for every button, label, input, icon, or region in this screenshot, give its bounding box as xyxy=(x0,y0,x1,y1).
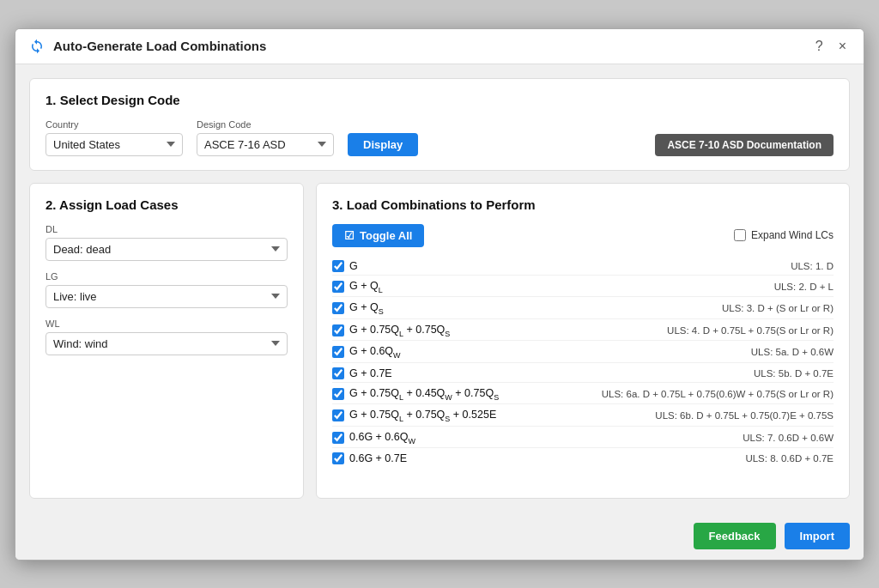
combo-formula: 0.6G + 0.7E xyxy=(349,452,407,464)
combo-item: G + QS ULS: 3. D + (S or Lr or R) xyxy=(332,299,834,319)
combo-left: G + QS xyxy=(332,301,384,316)
section1-content: Country United States Design Code ASCE 7… xyxy=(45,119,834,156)
modal-header-left: Auto-Generate Load Combinations xyxy=(29,39,266,54)
combo-checkbox[interactable] xyxy=(332,302,344,314)
combo-item: 0.6G + 0.7E ULS: 8. 0.6D + 0.7E xyxy=(332,450,834,467)
feedback-button[interactable]: Feedback xyxy=(694,523,776,549)
combo-checkbox[interactable] xyxy=(332,281,344,293)
sync-icon xyxy=(29,39,45,54)
combo-left: 0.6G + 0.6QW xyxy=(332,431,415,446)
combo-formula: G + 0.75QL + 0.75QS xyxy=(349,324,450,338)
section3-title: 3. Load Combinations to Perform xyxy=(332,197,834,212)
combo-uls: ULS: 5a. D + 0.6W xyxy=(751,347,834,357)
combo-formula: G + QS xyxy=(349,301,384,316)
combo-item: G + 0.7E ULS: 5b. D + 0.7E xyxy=(332,365,834,383)
combo-uls: ULS: 6b. D + 0.75L + 0.75(0.7)E + 0.75S xyxy=(655,410,834,421)
combo-left: G + 0.7E xyxy=(332,367,392,379)
wl-label: WL xyxy=(45,318,288,329)
combo-formula: 0.6G + 0.6QW xyxy=(349,431,415,446)
combo-item: G + 0.75QL + 0.45QW + 0.75QS ULS: 6a. D … xyxy=(332,385,834,405)
modal-header: Auto-Generate Load Combinations ? × xyxy=(15,29,864,64)
dl-select[interactable]: Dead: dead xyxy=(45,238,288,261)
modal-title: Auto-Generate Load Combinations xyxy=(53,39,266,53)
combo-left: G + 0.75QL + 0.75QS xyxy=(332,324,450,338)
country-field-group: Country United States xyxy=(45,119,183,156)
combo-uls: ULS: 7. 0.6D + 0.6W xyxy=(743,433,834,443)
lg-select[interactable]: Live: live xyxy=(45,285,288,308)
combo-uls: ULS: 3. D + (S or Lr or R) xyxy=(722,303,834,313)
combo-item: G ULS: 1. D xyxy=(332,258,834,276)
combo-formula: G + QL xyxy=(349,280,383,294)
combo-formula: G + 0.7E xyxy=(349,367,392,379)
section1-card: 1. Select Design Code Country United Sta… xyxy=(29,78,850,171)
wl-field: WL Wind: wind xyxy=(45,318,288,355)
modal-footer: Feedback Import xyxy=(15,512,864,560)
design-code-label: Design Code xyxy=(197,119,334,130)
combo-checkbox[interactable] xyxy=(332,346,344,358)
expand-wind-lcs-checkbox[interactable] xyxy=(734,229,746,241)
combo-uls: ULS: 4. D + 0.75L + 0.75(S or Lr or R) xyxy=(667,325,834,336)
toggle-all-button[interactable]: ☑ Toggle All xyxy=(332,224,424,247)
combo-uls: ULS: 1. D xyxy=(791,261,834,271)
combo-uls: ULS: 5b. D + 0.7E xyxy=(754,368,834,379)
combo-formula: G + 0.75QL + 0.45QW + 0.75QS xyxy=(349,387,499,402)
combo-formula: G + 0.75QL + 0.75QS + 0.525E xyxy=(349,409,496,423)
country-label: Country xyxy=(45,119,183,130)
dl-label: DL xyxy=(45,224,288,234)
combo-left: G + 0.75QL + 0.45QW + 0.75QS xyxy=(332,387,499,402)
country-select[interactable]: United States xyxy=(45,133,183,156)
toggle-checkbox-icon: ☑ xyxy=(344,229,355,242)
combo-uls: ULS: 8. 0.6D + 0.7E xyxy=(745,453,834,464)
combo-left: G + 0.75QL + 0.75QS + 0.525E xyxy=(332,409,496,423)
import-button[interactable]: Import xyxy=(785,523,850,549)
combo-checkbox[interactable] xyxy=(332,388,344,400)
close-button[interactable]: × xyxy=(835,38,850,55)
combo-checkbox[interactable] xyxy=(332,432,344,444)
lg-label: LG xyxy=(45,271,288,282)
section2-card: 2. Assign Load Cases DL Dead: dead LG Li… xyxy=(29,183,304,499)
section3-card: 3. Load Combinations to Perform ☑ Toggle… xyxy=(316,183,850,499)
modal-overlay: Auto-Generate Load Combinations ? × 1. S… xyxy=(0,0,879,588)
combo-checkbox[interactable] xyxy=(332,452,344,464)
section2-title: 2. Assign Load Cases xyxy=(45,197,288,212)
combo-item: 0.6G + 0.6QW ULS: 7. 0.6D + 0.6W xyxy=(332,428,834,449)
wl-select[interactable]: Wind: wind xyxy=(45,332,288,355)
combo-item: G + 0.75QL + 0.75QS + 0.525E ULS: 6b. D … xyxy=(332,406,834,427)
dl-field: DL Dead: dead xyxy=(45,224,288,261)
combo-checkbox[interactable] xyxy=(332,409,344,421)
modal: Auto-Generate Load Combinations ? × 1. S… xyxy=(15,28,864,561)
combo-left: G + 0.6QW xyxy=(332,345,401,360)
lg-field: LG Live: live xyxy=(45,271,288,308)
modal-header-right: ? × xyxy=(812,38,850,55)
combo-left: G xyxy=(332,260,358,272)
expand-wind-lcs-text: Expand Wind LCs xyxy=(751,229,834,241)
display-button[interactable]: Display xyxy=(348,133,418,156)
combo-list: G ULS: 1. D G + QL ULS: 2. D + L xyxy=(332,258,834,468)
combo-formula: G xyxy=(349,260,358,272)
combo-formula: G + 0.6QW xyxy=(349,345,401,360)
combo-item: G + QL ULS: 2. D + L xyxy=(332,277,834,298)
combo-item: G + 0.75QL + 0.75QS ULS: 4. D + 0.75L + … xyxy=(332,321,834,342)
design-code-select[interactable]: ASCE 7-16 ASD ASCE 7-10 ASD ASCE 7-05 AS… xyxy=(197,133,334,156)
combo-uls: ULS: 2. D + L xyxy=(774,282,834,292)
combo-checkbox[interactable] xyxy=(332,260,344,272)
combo-uls: ULS: 6a. D + 0.75L + 0.75(0.6)W + 0.75(S… xyxy=(602,389,834,399)
bottom-sections: 2. Assign Load Cases DL Dead: dead LG Li… xyxy=(29,183,850,499)
modal-body: 1. Select Design Code Country United Sta… xyxy=(15,64,864,512)
combinations-header: ☑ Toggle All Expand Wind LCs xyxy=(332,224,834,247)
combo-item: G + 0.6QW ULS: 5a. D + 0.6W xyxy=(332,342,834,363)
combo-checkbox[interactable] xyxy=(332,324,344,336)
design-code-field-group: Design Code ASCE 7-16 ASD ASCE 7-10 ASD … xyxy=(197,119,334,156)
expand-wind-lcs-label[interactable]: Expand Wind LCs xyxy=(734,229,834,241)
asce-doc-button[interactable]: ASCE 7-10 ASD Documentation xyxy=(655,134,834,156)
combo-left: 0.6G + 0.7E xyxy=(332,452,407,464)
help-button[interactable]: ? xyxy=(812,38,827,55)
section1-title: 1. Select Design Code xyxy=(45,93,834,107)
toggle-all-label: Toggle All xyxy=(360,229,412,242)
combo-checkbox[interactable] xyxy=(332,367,344,379)
combo-left: G + QL xyxy=(332,280,383,294)
